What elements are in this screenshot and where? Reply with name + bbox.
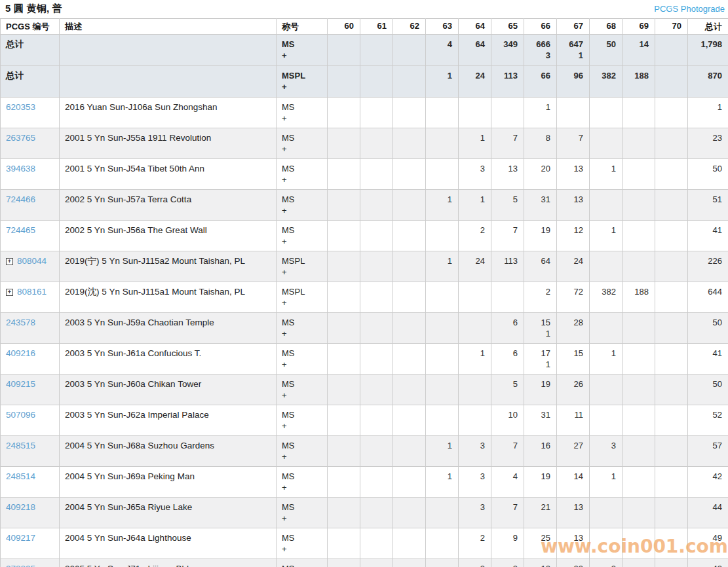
expand-icon[interactable]: + — [6, 289, 13, 296]
grade-63-count-cell — [426, 344, 459, 375]
grade-69-count-cell — [623, 98, 655, 128]
page-title: 5 圓 黄铜, 普 — [5, 3, 62, 15]
grade-66-count-cell: 12 — [524, 559, 557, 567]
grade-68-count-cell: 382 — [590, 66, 623, 98]
pcgs-number-link[interactable]: 394638 — [6, 164, 35, 174]
grade-64-count-cell — [459, 405, 491, 436]
pcgs-number-link[interactable]: 378825 — [6, 564, 35, 567]
pcgs-number-link[interactable]: 620353 — [6, 102, 35, 112]
grade-70-count-cell — [655, 190, 688, 221]
grade-60-count-cell — [328, 251, 360, 282]
pcgs-number-link[interactable]: 724465 — [6, 225, 35, 235]
grade-61-count-cell — [360, 98, 393, 128]
grade-68-count-cell — [590, 528, 623, 559]
designation-cell: MSPL + — [277, 282, 328, 313]
column-header-grade-60: 60 — [328, 19, 360, 35]
grade-67-count-cell: 24 — [557, 251, 590, 282]
grade-69-count-cell — [623, 190, 655, 221]
grade-60-count-cell — [328, 159, 360, 190]
grade-60-count-cell — [328, 128, 360, 159]
header-row: PCGS 编号描述称号6061626364656667686970总计 — [1, 19, 728, 35]
description-cell: 2019(宁) 5 Yn Sun-J115a2 Mount Taishan, P… — [60, 251, 277, 282]
grade-69-count-cell — [623, 559, 655, 567]
grade-66-count-cell: 31 — [524, 405, 557, 436]
grade-67-count-cell: 23 — [557, 559, 590, 567]
pcgs-number-cell: 248514 — [1, 467, 60, 498]
grade-63-count-cell — [426, 159, 459, 190]
row-total-cell: 42 — [688, 467, 728, 498]
grade-67-count-cell: 15 — [557, 344, 590, 375]
pcgs-number-link[interactable]: 243578 — [6, 318, 35, 327]
grade-66-count-cell: 20 — [524, 159, 557, 190]
grade-60-count-cell — [328, 559, 360, 567]
grade-64-count-cell: 1 — [459, 344, 491, 375]
column-header-grade-63: 63 — [426, 19, 459, 35]
description-cell: 2005 5 Yn Sun-J71a Lijiang Bld. — [60, 559, 277, 567]
designation-cell: MS + — [277, 35, 328, 66]
pcgs-number-link[interactable]: 724466 — [6, 194, 35, 204]
table-row: 7244652002 5 Yn Sun-J56a The Great WallM… — [1, 221, 728, 251]
pcgs-number-link[interactable]: 409216 — [6, 348, 35, 358]
column-header-grade-68: 68 — [590, 19, 623, 35]
grade-61-count-cell — [360, 559, 393, 567]
pcgs-number-cell: 724465 — [1, 221, 60, 251]
description-cell: 2004 5 Yn Sun-J68a Suzhou Gardens — [60, 436, 277, 467]
grade-65-count-cell — [491, 282, 524, 313]
grade-69-count-cell — [623, 528, 655, 559]
pcgs-number-link[interactable]: 263765 — [6, 133, 35, 143]
grade-65-count-cell: 6 — [491, 313, 524, 344]
pcgs-number-link[interactable]: 409215 — [6, 379, 35, 389]
table-row: 3946382001 5 Yn Sun-J54a Tibet 50th AnnM… — [1, 159, 728, 190]
column-header-grade-66: 66 — [524, 19, 557, 35]
grade-62-count-cell — [393, 467, 426, 498]
pcgs-number-link[interactable]: 507096 — [6, 410, 35, 420]
row-total-cell: 41 — [688, 344, 728, 375]
grade-68-count-cell: 1 — [590, 221, 623, 251]
pcgs-number-cell: 409218 — [1, 498, 60, 528]
grade-67-count-cell: 13 — [557, 498, 590, 528]
grade-60-count-cell — [328, 221, 360, 251]
pcgs-number-cell: 243578 — [1, 313, 60, 344]
grade-63-count-cell: 1 — [426, 190, 459, 221]
pcgs-number-link[interactable]: 808161 — [17, 287, 47, 297]
title-bar: 5 圓 黄铜, 普 PCGS Photograde — [0, 0, 728, 18]
pcgs-number-link[interactable]: 808044 — [17, 256, 47, 266]
designation-cell: MS + — [277, 344, 328, 375]
row-total-cell: 50 — [688, 159, 728, 190]
grade-66-count-cell: 64 — [524, 251, 557, 282]
grade-66-count-cell: 19 — [524, 467, 557, 498]
expand-icon[interactable]: + — [6, 258, 13, 265]
pcgs-number-link[interactable]: 409217 — [6, 533, 35, 543]
grade-61-count-cell — [360, 221, 393, 251]
grade-70-count-cell — [655, 467, 688, 498]
grade-64-count-cell — [459, 313, 491, 344]
grade-61-count-cell — [360, 190, 393, 221]
grade-64-count-cell: 3 — [459, 467, 491, 498]
grade-63-count-cell: 1 — [426, 436, 459, 467]
grade-69-count-cell — [623, 221, 655, 251]
grade-68-count-cell — [590, 190, 623, 221]
grade-61-count-cell — [360, 436, 393, 467]
column-header-grade-70: 70 — [655, 19, 688, 35]
pcgs-number-link[interactable]: 248514 — [6, 471, 35, 481]
description-cell: 2019(沈) 5 Yn Sun-J115a1 Mount Taishan, P… — [60, 282, 277, 313]
pcgs-photograde-link[interactable]: PCGS Photograde — [654, 4, 725, 14]
grade-66-count-cell: 8 — [524, 128, 557, 159]
column-header-grade-67: 67 — [557, 19, 590, 35]
grade-67-count-cell: 28 — [557, 313, 590, 344]
grade-62-count-cell — [393, 282, 426, 313]
row-total-cell: 52 — [688, 405, 728, 436]
grade-64-count-cell: 24 — [459, 251, 491, 282]
summary-row: 总计MSPL +1241136696382188870 — [1, 66, 728, 98]
grade-70-count-cell — [655, 221, 688, 251]
row-total-cell: 50 — [688, 313, 728, 344]
grade-61-count-cell — [360, 66, 393, 98]
summary-row: 总计MS +464349666 3647 150141,798 — [1, 35, 728, 66]
pcgs-number-link[interactable]: 409218 — [6, 502, 35, 512]
grade-68-count-cell — [590, 98, 623, 128]
grade-65-count-cell: 7 — [491, 128, 524, 159]
row-total-cell: 1,798 — [688, 35, 728, 66]
grade-63-count-cell: 4 — [426, 35, 459, 66]
grade-70-count-cell — [655, 159, 688, 190]
pcgs-number-link[interactable]: 248515 — [6, 441, 35, 450]
